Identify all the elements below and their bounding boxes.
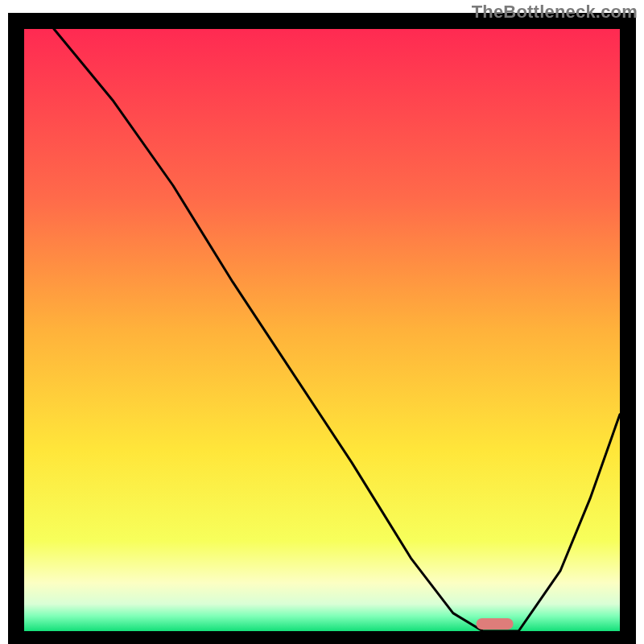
chart-container: TheBottleneck.com xyxy=(0,0,644,644)
optimal-marker xyxy=(477,618,514,630)
bottleneck-chart xyxy=(0,0,644,644)
watermark-text: TheBottleneck.com xyxy=(472,2,638,23)
plot-background xyxy=(24,29,620,631)
